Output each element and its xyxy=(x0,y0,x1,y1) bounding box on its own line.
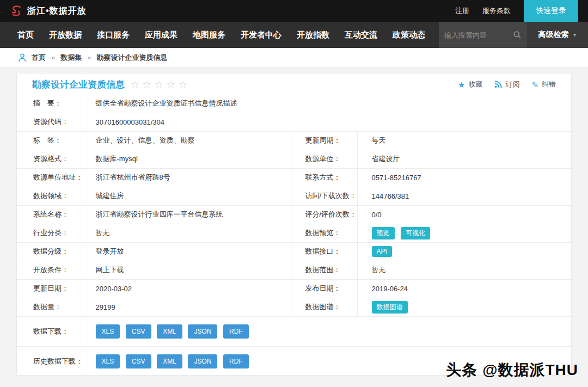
field-value: 2019-06-24 xyxy=(357,279,571,298)
nav-item-open-data[interactable]: 开放数据 xyxy=(41,22,89,48)
preview-button[interactable]: 预览 xyxy=(372,227,395,239)
field-value: 城建住房 xyxy=(88,187,292,205)
page-title: 勘察设计企业资质信息 xyxy=(32,78,125,91)
pencil-icon: ✎ xyxy=(531,81,538,89)
field-value: 提供全省勘察设计企业资质证书信息情况描述 xyxy=(88,94,571,113)
breadcrumb: 首页 » 数据集 » 勘察设计企业资质信息 xyxy=(0,48,588,67)
api-button[interactable]: API xyxy=(372,246,392,257)
breadcrumb-current: 勘察设计企业资质信息 xyxy=(96,53,167,63)
visualize-button[interactable]: 可视化 xyxy=(401,227,430,239)
nav-item-policy[interactable]: 政策动态 xyxy=(385,22,433,48)
field-value: API xyxy=(357,242,571,261)
breadcrumb-dataset[interactable]: 数据集 xyxy=(60,53,82,63)
search-box xyxy=(439,22,527,48)
search-icon[interactable] xyxy=(513,30,522,39)
register-link[interactable]: 注册 xyxy=(455,6,469,16)
advanced-search-button[interactable]: 高级检索 ▼ xyxy=(527,22,588,48)
main-nav: 首页 开放数据 接口服务 应用成果 地图服务 开发者中心 开放指数 互动交流 政… xyxy=(0,22,588,48)
favorite-button[interactable]: ★ 收藏 xyxy=(458,79,482,89)
field-label: 数据下载： xyxy=(17,316,88,346)
download-json-button[interactable]: JSON xyxy=(188,324,217,339)
nav-item-map-service[interactable]: 地图服务 xyxy=(185,22,233,48)
data-graph-button[interactable]: 数据图谱 xyxy=(372,301,408,314)
nav-item-api-service[interactable]: 接口服务 xyxy=(89,22,137,48)
title-row: 勘察设计企业资质信息 ☆ ☆ ☆ ☆ ☆ ★ 收藏 订阅 xyxy=(17,73,571,94)
history-download-json-button[interactable]: JSON xyxy=(188,354,217,368)
field-label: 标 签： xyxy=(17,131,88,150)
user-icon xyxy=(19,53,26,62)
table-row: 资源代码： 30701600003031/304 xyxy=(17,113,571,131)
history-download-xls-button[interactable]: XLS xyxy=(96,354,120,368)
table-row: 标 签： 企业、设计、信息、资质、勘察 更新周期： 每天 xyxy=(17,131,571,150)
field-label: 数据量： xyxy=(17,298,88,316)
breadcrumb-separator: » xyxy=(87,53,91,62)
field-label: 数据图谱： xyxy=(292,298,357,316)
dataset-detail-card: 勘察设计企业资质信息 ☆ ☆ ☆ ☆ ☆ ★ 收藏 订阅 xyxy=(16,73,572,376)
field-label: 评分/评价次数： xyxy=(292,205,357,224)
star-icon[interactable]: ☆ xyxy=(166,79,175,90)
correct-label: 纠错 xyxy=(542,79,556,89)
field-value: 0571-85216767 xyxy=(357,168,571,187)
nav-item-developer-center[interactable]: 开发者中心 xyxy=(233,22,289,48)
correct-button[interactable]: ✎ 纠错 xyxy=(531,79,556,89)
download-rdf-button[interactable]: RDF xyxy=(223,324,249,339)
table-row: 数据下载： XLS CSV XML JSON RDF xyxy=(17,316,571,346)
field-label: 数据领域： xyxy=(17,187,88,205)
field-value: XLS CSV XML JSON RDF xyxy=(88,316,571,346)
field-label: 联系方式： xyxy=(292,168,357,187)
topbar-right: 注册 服务条款 快速登录 xyxy=(455,0,588,22)
rss-icon xyxy=(494,81,502,88)
breadcrumb-home[interactable]: 首页 xyxy=(32,53,46,63)
history-download-xml-button[interactable]: XML xyxy=(157,354,182,368)
field-label: 数据接口： xyxy=(292,242,357,261)
breadcrumb-separator: » xyxy=(51,53,55,62)
quick-login-button[interactable]: 快速登录 xyxy=(524,0,578,22)
table-row: 资源格式： 数据库-mysql 数源单位： 省建设厅 xyxy=(17,150,571,168)
field-value: 0/0 xyxy=(357,205,571,224)
field-value: 浙江省杭州市省府路8号 xyxy=(88,168,292,187)
field-label: 数源单位： xyxy=(292,150,357,168)
favorite-label: 收藏 xyxy=(468,79,482,89)
field-label: 数据预览： xyxy=(292,224,357,242)
dataset-info-table: 摘 要： 提供全省勘察设计企业资质证书信息情况描述 资源代码： 30701600… xyxy=(17,94,571,376)
table-row: 数据领域： 城建住房 访问/下载次数： 144766/381 xyxy=(17,187,571,205)
field-value: 数据图谱 xyxy=(357,298,571,316)
download-csv-button[interactable]: CSV xyxy=(126,324,151,339)
nav-item-home[interactable]: 首页 xyxy=(10,22,41,48)
history-download-rdf-button[interactable]: RDF xyxy=(223,354,249,368)
subscribe-button[interactable]: 订阅 xyxy=(494,79,519,89)
field-label: 更新日期： xyxy=(17,279,88,298)
field-label: 开放条件： xyxy=(17,261,88,279)
nav-item-interaction[interactable]: 互动交流 xyxy=(337,22,385,48)
field-value: 暂无 xyxy=(357,261,571,279)
table-row: 开放条件： 网上下载 数据范围： 暂无 xyxy=(17,261,571,279)
download-xls-button[interactable]: XLS xyxy=(96,324,120,339)
field-value: 30701600003031/304 xyxy=(88,113,571,131)
download-xml-button[interactable]: XML xyxy=(157,324,182,339)
field-label: 资源格式： xyxy=(17,150,88,168)
field-label: 更新周期： xyxy=(292,131,357,150)
site-logo[interactable]: 浙江•数据开放 xyxy=(10,4,87,17)
star-icon[interactable]: ☆ xyxy=(142,79,151,90)
nav-item-open-index[interactable]: 开放指数 xyxy=(289,22,337,48)
field-value: 每天 xyxy=(357,131,571,150)
nav-item-app-results[interactable]: 应用成果 xyxy=(137,22,185,48)
table-row: 更新日期： 2020-03-02 发布日期： 2019-06-24 xyxy=(17,279,571,298)
field-label: 行业分类： xyxy=(17,224,88,242)
history-download-csv-button[interactable]: CSV xyxy=(126,354,151,368)
logo-icon xyxy=(10,4,23,17)
field-label: 历史数据下载： xyxy=(17,346,88,376)
field-value: 29199 xyxy=(88,298,292,316)
advanced-search-label: 高级检索 xyxy=(538,30,569,40)
star-icon[interactable]: ☆ xyxy=(178,79,187,90)
field-value: 网上下载 xyxy=(88,261,292,279)
terms-link[interactable]: 服务条款 xyxy=(482,6,511,16)
search-input[interactable] xyxy=(444,31,513,39)
field-label: 数源单位地址： xyxy=(17,168,88,187)
star-icon[interactable]: ☆ xyxy=(154,79,163,90)
field-value: 2020-03-02 xyxy=(88,279,292,298)
field-value: 预览 可视化 xyxy=(357,224,571,242)
star-icon[interactable]: ☆ xyxy=(130,79,139,90)
field-label: 数据分级： xyxy=(17,242,88,261)
table-row: 数据分级： 登录开放 数据接口： API xyxy=(17,242,571,261)
